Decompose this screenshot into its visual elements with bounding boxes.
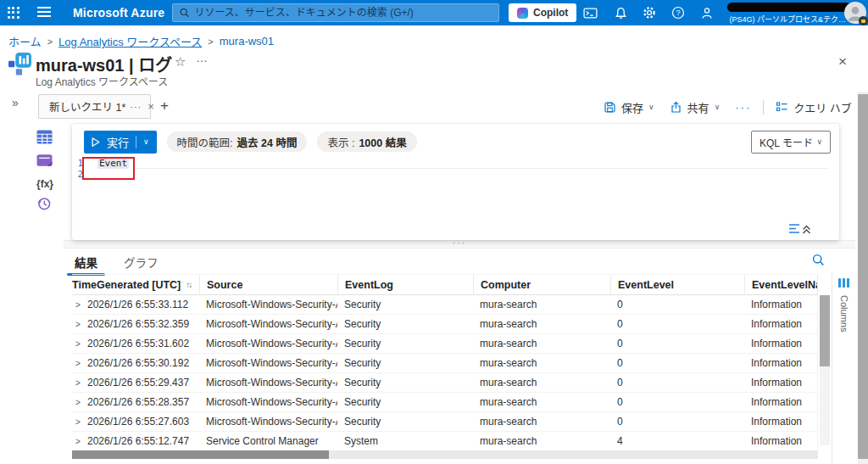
- search-icon: [180, 8, 189, 18]
- query-tab-more-icon[interactable]: ···: [130, 102, 142, 112]
- column-header-eventlevel[interactable]: EventLevel: [610, 275, 744, 294]
- lock-badge-icon: [859, 16, 868, 25]
- save-button[interactable]: 保存 ∨: [604, 99, 654, 115]
- blade-close-icon[interactable]: ×: [838, 53, 847, 70]
- account-avatar[interactable]: [844, 2, 866, 24]
- page-scrollbar-thumb[interactable]: [858, 94, 868, 459]
- title-more-icon[interactable]: …: [196, 51, 208, 64]
- row-expand-icon[interactable]: >: [72, 320, 87, 329]
- table-cell-eventlevel: 0: [610, 318, 744, 330]
- results-search-icon[interactable]: [812, 254, 825, 270]
- query-tab[interactable]: 新しいクエリ 1* ··· ×: [38, 94, 151, 119]
- cloud-shell-icon[interactable]: [581, 4, 598, 21]
- blade-toolbar: 保存 ∨ 共有 ∨ ··· クエリ ハブ: [604, 95, 852, 119]
- columns-side-button[interactable]: Columns: [832, 272, 855, 464]
- tab-chart[interactable]: グラフ: [124, 254, 159, 271]
- table-horizontal-scrollbar-thumb[interactable]: [72, 450, 329, 459]
- table-row[interactable]: >2026/1/26 6:55:29.437Microsoft-Windows-…: [72, 373, 818, 393]
- global-search-input[interactable]: [194, 7, 492, 19]
- query-hub-icon: [776, 101, 788, 113]
- page-scrollbar[interactable]: [858, 92, 868, 464]
- line-number: 1: [72, 158, 83, 169]
- column-header-source[interactable]: Source: [199, 275, 337, 294]
- table-vertical-scrollbar-thumb[interactable]: [820, 295, 830, 366]
- expand-rail-icon[interactable]: »: [12, 96, 19, 109]
- redacted-account-name: [727, 3, 851, 12]
- table-row[interactable]: >2026/1/26 6:55:31.602Microsoft-Windows-…: [72, 334, 818, 354]
- table-cell-source: Microsoft-Windows-Security-A...: [199, 377, 337, 389]
- query-tab-label: 新しいクエリ 1*: [49, 98, 125, 115]
- breadcrumb-workspace-list[interactable]: Log Analytics ワークスペース: [58, 33, 202, 49]
- table-cell-eventlog: Security: [337, 338, 473, 349]
- columns-label: Columns: [839, 295, 849, 332]
- help-icon[interactable]: ?: [670, 4, 687, 21]
- panel-resize-handle[interactable]: ···: [64, 240, 855, 249]
- tab-results[interactable]: 結果: [75, 254, 97, 271]
- azure-brand[interactable]: Microsoft Azure: [73, 6, 164, 20]
- log-analytics-icon: [8, 53, 31, 75]
- row-expand-icon[interactable]: >: [72, 437, 87, 446]
- breadcrumb-home[interactable]: ホーム: [8, 33, 42, 49]
- favorite-star-icon[interactable]: ☆: [175, 54, 186, 70]
- table-cell-time: 2026/1/26 6:55:12.747: [87, 435, 199, 447]
- line-number: 2: [72, 169, 83, 180]
- row-expand-icon[interactable]: >: [72, 398, 87, 407]
- column-header-eventlevelname[interactable]: EventLevelName: [744, 275, 818, 294]
- toolbar-more-icon[interactable]: ···: [735, 101, 751, 114]
- table-row[interactable]: >2026/1/26 6:55:12.747Service Control Ma…: [72, 432, 818, 451]
- hamburger-menu-icon[interactable]: [37, 7, 51, 18]
- queries-rail-icon[interactable]: [36, 154, 53, 170]
- row-expand-icon[interactable]: >: [72, 359, 87, 368]
- row-expand-icon[interactable]: >: [72, 378, 87, 388]
- table-header: TimeGenerated [UTC] ↑↓ Source EventLog C…: [72, 274, 818, 295]
- table-row[interactable]: >2026/1/26 6:55:32.359Microsoft-Windows-…: [72, 315, 818, 334]
- column-header-eventlog[interactable]: EventLog: [337, 275, 473, 294]
- table-row[interactable]: >2026/1/26 6:55:28.357Microsoft-Windows-…: [72, 393, 818, 412]
- table-cell-computer: mura-search: [473, 357, 610, 369]
- column-header-computer[interactable]: Computer: [473, 275, 610, 294]
- table-cell-computer: mura-search: [473, 338, 610, 349]
- table-cell-time: 2026/1/26 6:55:28.357: [87, 396, 199, 408]
- page-title: mura-ws01 | ログ: [36, 52, 172, 76]
- page-subtitle: Log Analytics ワークスペース: [36, 74, 168, 88]
- table-cell-eventlevelname: Information: [744, 435, 818, 447]
- table-vertical-scrollbar[interactable]: [820, 295, 830, 445]
- time-range-picker[interactable]: 時間の範囲: 過去 24 時間: [167, 131, 308, 152]
- settings-gear-icon[interactable]: [641, 4, 658, 21]
- row-expand-icon[interactable]: >: [72, 300, 87, 310]
- table-horizontal-scrollbar[interactable]: [72, 450, 818, 459]
- notifications-bell-icon[interactable]: [612, 4, 629, 21]
- row-expand-icon[interactable]: >: [72, 339, 87, 349]
- table-row[interactable]: >2026/1/26 6:55:33.112Microsoft-Windows-…: [72, 295, 818, 315]
- feedback-icon[interactable]: [698, 4, 715, 21]
- table-cell-computer: mura-search: [473, 435, 610, 447]
- run-label: 実行: [107, 134, 129, 150]
- azure-portal-window: Microsoft Azure Copilot ? (PS4G) パーソルプロセ…: [0, 0, 868, 464]
- collapse-editor-icon[interactable]: [788, 222, 812, 238]
- table-row[interactable]: >2026/1/26 6:55:27.603Microsoft-Windows-…: [72, 412, 818, 432]
- table-cell-eventlevelname: Information: [744, 416, 818, 428]
- table-cell-source: Microsoft-Windows-Security-A...: [199, 357, 337, 369]
- row-expand-icon[interactable]: >: [72, 417, 87, 427]
- tables-rail-icon[interactable]: [36, 130, 53, 146]
- query-tab-close-icon[interactable]: ×: [147, 100, 154, 113]
- result-limit-pill[interactable]: 表示 : 1000 結果: [317, 131, 416, 152]
- app-launcher-icon[interactable]: [8, 7, 19, 19]
- share-button[interactable]: 共有 ∨: [670, 99, 721, 115]
- share-icon: [670, 101, 682, 114]
- kql-mode-dropdown[interactable]: KQL モード ∨: [751, 131, 831, 154]
- table-row[interactable]: >2026/1/26 6:55:30.192Microsoft-Windows-…: [72, 354, 818, 373]
- breadcrumb-current[interactable]: mura-ws01: [220, 35, 274, 48]
- new-tab-button[interactable]: +: [160, 98, 169, 115]
- query-history-rail-icon[interactable]: [36, 196, 53, 212]
- sort-icon[interactable]: ↑↓: [186, 280, 191, 289]
- column-header-time[interactable]: TimeGenerated [UTC] ↑↓: [72, 275, 199, 294]
- global-search-box[interactable]: [172, 3, 499, 22]
- run-button[interactable]: 実行 ∨: [84, 131, 157, 154]
- functions-rail-icon[interactable]: {fx}: [36, 176, 53, 192]
- table-cell-eventlevel: 0: [610, 416, 744, 428]
- copilot-button[interactable]: Copilot: [509, 3, 576, 22]
- query-hub-button[interactable]: クエリ ハブ: [776, 99, 852, 115]
- table-cell-eventlevelname: Information: [744, 338, 818, 349]
- table-cell-eventlevelname: Information: [744, 299, 818, 310]
